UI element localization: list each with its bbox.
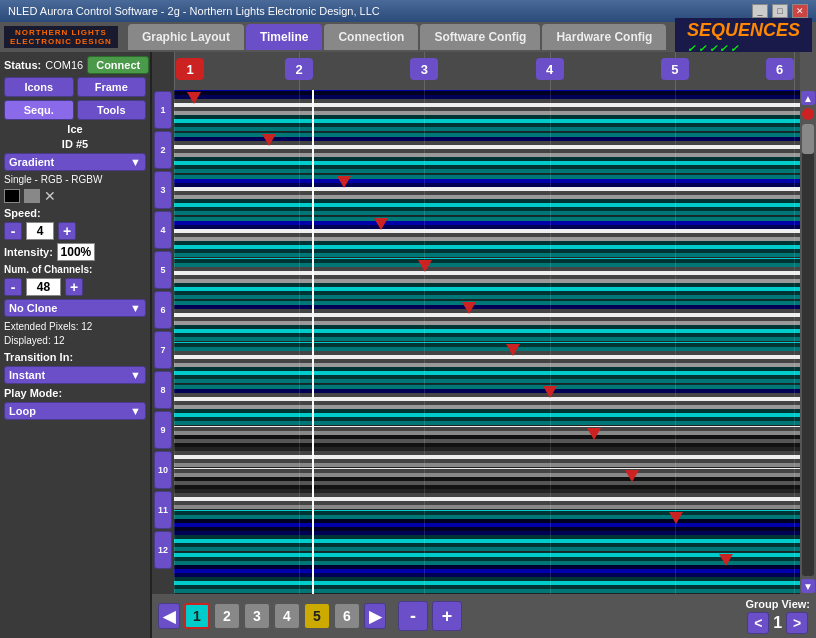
marker-6[interactable]: 6: [766, 58, 794, 80]
vsep-3: [550, 90, 551, 594]
track-11-content[interactable]: [174, 510, 800, 552]
no-clone-dropdown[interactable]: No Clone ▼: [4, 299, 146, 317]
logo-line1: NORTHERN LIGHTS: [15, 28, 107, 37]
intensity-value[interactable]: 100%: [57, 243, 95, 261]
track-num-6[interactable]: 6: [154, 291, 172, 329]
window-controls[interactable]: _ □ ✕: [752, 4, 808, 18]
page-btn-1[interactable]: 1: [184, 603, 210, 629]
color-swatch-black[interactable]: [4, 189, 20, 203]
tab-connection[interactable]: Connection: [324, 24, 418, 50]
scroll-up-btn[interactable]: ▲: [801, 91, 815, 105]
next-page-btn[interactable]: ▶: [364, 603, 386, 629]
track-num-10[interactable]: 10: [154, 451, 172, 489]
track-num-4[interactable]: 4: [154, 211, 172, 249]
track-num-3[interactable]: 3: [154, 171, 172, 209]
track-1-content[interactable]: [174, 90, 800, 132]
tab-timeline[interactable]: Timeline: [246, 24, 322, 50]
sequences-logo: SEQUENCES ✓ ✓ ✓ ✓ ✓: [675, 18, 812, 56]
marker-5-badge[interactable]: 5: [661, 58, 689, 80]
minimize-btn[interactable]: _: [752, 4, 768, 18]
tab-hardware-config[interactable]: Hardware Config: [542, 24, 666, 50]
track-4-marker: [374, 218, 388, 230]
track-9-content[interactable]: [174, 426, 800, 468]
marker-2[interactable]: 2: [285, 58, 313, 80]
track-num-1[interactable]: 1: [154, 91, 172, 129]
zoom-plus-btn[interactable]: +: [432, 601, 462, 631]
channels-value[interactable]: 48: [26, 278, 61, 296]
connect-button[interactable]: Connect: [87, 56, 149, 74]
page-btn-3[interactable]: 3: [244, 603, 270, 629]
track-4-content[interactable]: [174, 216, 800, 258]
track-2-content[interactable]: [174, 132, 800, 174]
tools-button[interactable]: Tools: [77, 100, 147, 120]
speed-label: Speed:: [4, 207, 41, 219]
sequ-button[interactable]: Sequ.: [4, 100, 74, 120]
speed-minus-btn[interactable]: -: [4, 222, 22, 240]
content-area: 1 2 3 4 5 6: [152, 52, 816, 638]
track-num-7[interactable]: 7: [154, 331, 172, 369]
marker-3[interactable]: 3: [410, 58, 438, 80]
track-7-content[interactable]: [174, 342, 800, 384]
speed-control: - 4 +: [4, 222, 146, 240]
track-num-2[interactable]: 2: [154, 131, 172, 169]
page-btn-6[interactable]: 6: [334, 603, 360, 629]
num-channels-label: Num. of Channels:: [4, 264, 146, 275]
marker-5[interactable]: 5: [661, 58, 689, 80]
maximize-btn[interactable]: □: [772, 4, 788, 18]
marker-4[interactable]: 4: [536, 58, 564, 80]
marker-4-badge[interactable]: 4: [536, 58, 564, 80]
icons-button[interactable]: Icons: [4, 77, 74, 97]
color-mode-row: Single - RGB - RGBW: [4, 174, 146, 185]
track-10-content[interactable]: [174, 468, 800, 510]
scroll-down-btn[interactable]: ▼: [801, 579, 815, 593]
track-num-12[interactable]: 12: [154, 531, 172, 569]
close-btn[interactable]: ✕: [792, 4, 808, 18]
group-prev-btn[interactable]: <: [747, 612, 769, 634]
main-layout: Status: COM16 Connect Icons Frame Sequ. …: [0, 52, 816, 638]
track-num-11[interactable]: 11: [154, 491, 172, 529]
page-btn-4[interactable]: 4: [274, 603, 300, 629]
track-5-marker: [418, 260, 432, 272]
speed-row: Speed:: [4, 207, 146, 219]
track-6-content[interactable]: [174, 300, 800, 342]
tracks-content: [174, 90, 800, 594]
marker-6-badge[interactable]: 6: [766, 58, 794, 80]
frame-button[interactable]: Frame: [77, 77, 147, 97]
channels-minus-btn[interactable]: -: [4, 278, 22, 296]
speed-value[interactable]: 4: [26, 222, 54, 240]
zoom-minus-btn[interactable]: -: [398, 601, 428, 631]
track-10-marker: [625, 470, 639, 482]
playmode-label: Play Mode:: [4, 387, 146, 399]
instant-dropdown[interactable]: Instant ▼: [4, 366, 146, 384]
tab-software-config[interactable]: Software Config: [420, 24, 540, 50]
loop-dropdown[interactable]: Loop ▼: [4, 402, 146, 420]
track-num-8[interactable]: 8: [154, 371, 172, 409]
color-swatch-gray[interactable]: [24, 189, 40, 203]
color-swatches-row: ✕: [4, 188, 146, 204]
marker-1-badge[interactable]: 1: [176, 58, 204, 80]
track-8-content[interactable]: [174, 384, 800, 426]
track-num-5[interactable]: 5: [154, 251, 172, 289]
channels-plus-btn[interactable]: +: [65, 278, 83, 296]
track-num-9[interactable]: 9: [154, 411, 172, 449]
track-6-marker: [462, 302, 476, 314]
track-3-content[interactable]: [174, 174, 800, 216]
ext-pixels-label: Extended Pixels:: [4, 321, 79, 332]
no-clone-label: No Clone: [9, 302, 57, 314]
icons-frame-row: Icons Frame: [4, 77, 146, 97]
track-5-content[interactable]: [174, 258, 800, 300]
marker-2-badge[interactable]: 2: [285, 58, 313, 80]
prev-page-btn[interactable]: ◀: [158, 603, 180, 629]
track-12-content[interactable]: [174, 552, 800, 594]
marker-3-badge[interactable]: 3: [410, 58, 438, 80]
loop-label: Loop: [9, 405, 36, 417]
marker-1[interactable]: 1: [176, 58, 204, 80]
speed-plus-btn[interactable]: +: [58, 222, 76, 240]
page-btn-5[interactable]: 5: [304, 603, 330, 629]
color-x-btn[interactable]: ✕: [44, 188, 56, 204]
tab-graphic-layout[interactable]: Graphic Layout: [128, 24, 244, 50]
gradient-dropdown[interactable]: Gradient ▼: [4, 153, 146, 171]
scroll-thumb[interactable]: [802, 124, 814, 154]
group-next-btn[interactable]: >: [786, 612, 808, 634]
page-btn-2[interactable]: 2: [214, 603, 240, 629]
